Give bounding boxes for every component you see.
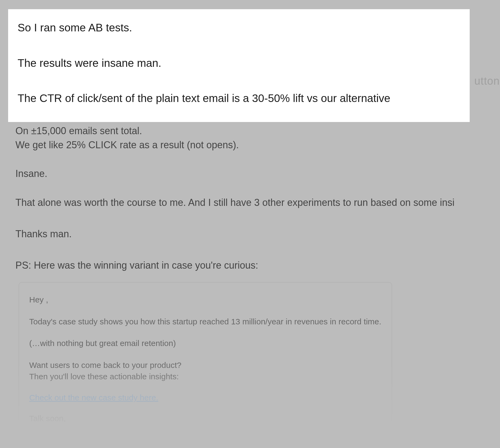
body-line-thanks: Thanks man. <box>15 227 500 241</box>
highlight-line-3: The CTR of click/sent of the plain text … <box>18 91 460 106</box>
quoted-line-4: Then you'll love these actionable insigh… <box>29 371 381 382</box>
highlight-line-2: The results were insane man. <box>18 56 460 70</box>
body-line-ps: PS: Here was the winning variant in case… <box>15 258 500 272</box>
quoted-line-1: Today's case study shows you how this st… <box>29 316 381 327</box>
body-line-stats-2: We get like 25% CLICK rate as a result (… <box>15 138 500 152</box>
body-line-insane: Insane. <box>15 167 500 181</box>
quoted-signoff: Talk soon, <box>29 413 381 424</box>
quoted-cta-link[interactable]: Check out the new case study here. <box>29 393 158 402</box>
body-line-worth: That alone was worth the course to me. A… <box>15 196 500 210</box>
quoted-greeting: Hey , <box>29 294 381 305</box>
highlighted-excerpt: So I ran some AB tests. The results were… <box>8 9 470 122</box>
quoted-line-3: Want users to come back to your product? <box>29 360 381 371</box>
highlight-line-1: So I ran some AB tests. <box>18 21 460 35</box>
quoted-line-2: (…with nothing but great email retention… <box>29 338 381 349</box>
quoted-winning-variant: Hey , Today's case study shows you how t… <box>19 282 392 433</box>
body-line-stats-1: On ±15,000 emails sent total. <box>15 124 500 138</box>
